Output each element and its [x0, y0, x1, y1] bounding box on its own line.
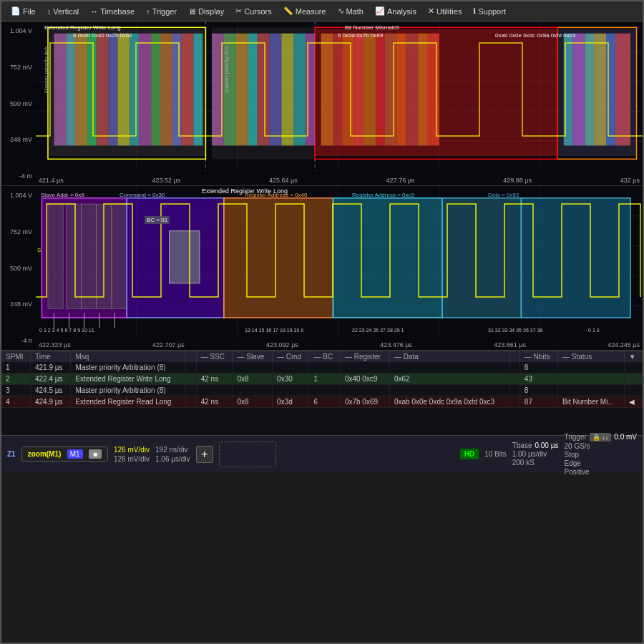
bit-numbers-4: 3132333435363738 [488, 328, 542, 333]
svg-rect-37 [418, 34, 427, 146]
col-bc: — BC [309, 351, 340, 362]
y-label-b5: -4 n [3, 337, 34, 344]
col-spmi: SPMI [1, 351, 30, 362]
svg-rect-24 [182, 34, 194, 146]
menu-display[interactable]: 🖥 Display [183, 5, 229, 18]
table-row: 3 424.5 µs Master priority Arbitration (… [1, 385, 643, 396]
utilities-icon: ✕ [428, 6, 434, 16]
measure-icon: 📏 [283, 6, 293, 16]
menu-trigger[interactable]: ↑ Trigger [141, 5, 182, 18]
svg-rect-76 [333, 198, 443, 318]
col-cmd: — Cmd [273, 351, 309, 362]
menu-vertical[interactable]: ↕ Vertical [42, 5, 84, 18]
y-label-b4: 248 mV [3, 301, 34, 308]
col-empty2 [509, 351, 519, 362]
svg-rect-72 [112, 204, 127, 308]
bit-numbers-3: 222324262728291 [352, 328, 404, 333]
svg-rect-38 [427, 34, 439, 146]
trigger-label: Trigger [564, 433, 586, 441]
menu-cursors[interactable]: ✂ Cursors [230, 4, 277, 18]
add-channel-button[interactable]: + [196, 446, 213, 463]
spmi-data-table: SPMI Time Msq — SSC — Slave — Cmd — BC —… [1, 351, 643, 408]
menu-measure[interactable]: 📏 Measure [278, 4, 331, 18]
svg-rect-18 [117, 34, 130, 146]
support-icon: ℹ [473, 6, 476, 16]
col-arrow: ▼ [624, 351, 642, 362]
menu-support[interactable]: ℹ Support [468, 4, 511, 18]
ns-div-1: 192 ns/div [155, 446, 190, 454]
svg-rect-14 [75, 34, 87, 146]
svg-rect-19 [130, 34, 139, 146]
y-label-2: 752 mV [3, 64, 34, 71]
svg-rect-28 [321, 34, 333, 146]
cursors-icon: ✂ [235, 6, 242, 16]
positive-label: Positive [564, 468, 637, 476]
waveform-bottom-panel: 1.004 V 752 mV 500 mV 248 mV -4 n Extend… [1, 186, 643, 351]
svg-rect-55 [281, 34, 293, 146]
master-priority-label-1: Master priority Arb [43, 36, 49, 93]
svg-rect-77 [442, 198, 521, 318]
timebase-icon: ↔ [90, 7, 98, 16]
channel-s-label: S [37, 247, 41, 253]
svg-rect-32 [364, 34, 376, 146]
x-axis-top: 421.4 µs 423.52 µs 425.64 µs 427.76 µs 4… [36, 177, 643, 184]
svg-rect-53 [258, 34, 270, 146]
gs-rate: 20 GS/s [564, 442, 637, 450]
svg-rect-13 [66, 34, 75, 146]
menu-math[interactable]: ∿ Math [333, 4, 369, 18]
svg-rect-35 [397, 34, 406, 146]
menu-timebase[interactable]: ↔ Timebase [85, 5, 140, 18]
svg-rect-22 [160, 34, 172, 146]
spmi-table-area: SPMI Time Msq — SSC — Slave — Cmd — BC —… [1, 351, 643, 435]
col-msg: Msq [71, 351, 186, 362]
bits-display: 10 Bits [484, 450, 507, 458]
x-axis-bottom: 422.323 µs 422.707 µs 423.092 µs 423.476… [36, 341, 643, 348]
menubar: 📄 File ↕ Vertical ↔ Timebase ↑ Trigger 🖥… [1, 1, 643, 21]
trigger-icon: ↑ [146, 7, 150, 16]
svg-rect-70 [82, 204, 97, 308]
col-time: Time [30, 351, 70, 362]
table-row: 4 424.9 µs Extended Register Read Long 4… [1, 396, 643, 408]
svg-rect-56 [293, 34, 306, 146]
y-label-5: -4 m [3, 172, 34, 180]
col-data: — Data [389, 351, 509, 362]
bit-numbers: 01234567891011 [39, 328, 94, 333]
zoom-value: ■ [89, 449, 102, 459]
edge-label: Edge [564, 459, 637, 467]
zoom-box: zoom(M1) M1 ■ [21, 447, 108, 462]
svg-rect-31 [354, 34, 364, 146]
bit-numbers-2: 13141516171819200 [245, 328, 303, 333]
svg-rect-44 [606, 34, 615, 146]
col-nbits: — Nbits [519, 351, 557, 362]
ch1-vdiv-1: 126 mV/div [114, 446, 150, 454]
tbase-section: Tbase 0.00 µs 1.00 µs/div 200 kS [512, 441, 559, 467]
svg-rect-16 [97, 34, 109, 146]
menu-utilities[interactable]: ✕ Utilities [423, 4, 467, 18]
y-axis-bottom: 1.004 V 752 mV 500 mV 248 mV -4 n [1, 186, 36, 350]
table-row: 2 422.4 µs Extended Register Write Long … [1, 374, 643, 385]
svg-rect-54 [269, 34, 281, 146]
y-label-b2: 752 mV [3, 228, 34, 235]
menu-file[interactable]: 📄 File [6, 4, 41, 18]
svg-rect-29 [333, 34, 343, 146]
bottom-waveform-svg [36, 186, 643, 336]
svg-rect-41 [572, 34, 585, 146]
col-ssc: — SSC [196, 351, 233, 362]
ns-div-2: 1.06 µs/div [155, 455, 190, 463]
svg-rect-36 [406, 34, 418, 146]
z1-label: Z1 [7, 450, 16, 458]
waveform-top-panel: 1.004 V 752 mV 500 mV 248 mV -4 m [1, 21, 643, 186]
svg-rect-34 [385, 34, 397, 146]
bit-numbers-5: 010 [588, 328, 600, 333]
svg-rect-78 [521, 198, 630, 318]
menu-analysis[interactable]: 📈 Analysis [370, 4, 421, 18]
svg-rect-52 [248, 34, 258, 146]
col-empty1 [186, 351, 196, 362]
trigger-section: Trigger 🔒 ↓↓ 0.0 mV 20 GS/s Stop Edge Po… [564, 433, 637, 476]
analysis-icon: 📈 [375, 6, 385, 16]
svg-rect-74 [170, 231, 200, 283]
svg-rect-69 [66, 204, 81, 308]
sample-rate-2: 200 kS [512, 459, 559, 467]
svg-rect-15 [87, 34, 97, 146]
tbase-label: Tbase [512, 441, 532, 449]
